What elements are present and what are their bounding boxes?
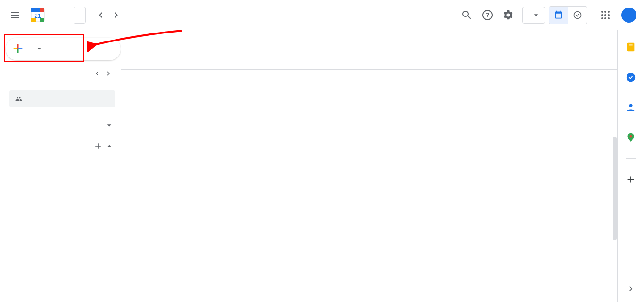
hamburger-icon: [9, 9, 21, 21]
gear-icon: [503, 9, 514, 21]
help-icon: ?: [482, 9, 493, 21]
mini-calendar: [0, 68, 121, 87]
logo-area: 21: [28, 6, 51, 24]
account-avatar[interactable]: [621, 8, 636, 23]
svg-point-8: [574, 11, 581, 18]
svg-point-10: [604, 11, 606, 13]
check-circle-icon: [573, 10, 582, 20]
tasks-button[interactable]: [621, 68, 640, 87]
add-other-calendar-button[interactable]: [92, 140, 104, 152]
scrollbar[interactable]: [613, 137, 617, 240]
contacts-icon: [626, 102, 636, 113]
prev-period-button[interactable]: [93, 8, 108, 23]
chevron-right-icon: [104, 69, 113, 78]
people-icon: [15, 94, 22, 104]
search-people-field[interactable]: [9, 90, 115, 107]
my-calendars-toggle[interactable]: [9, 117, 115, 134]
mini-cal-next-button[interactable]: [103, 68, 114, 79]
chevron-right-icon: [110, 9, 122, 21]
svg-point-14: [608, 14, 610, 16]
chevron-down-icon: [104, 120, 115, 131]
my-calendars-section: [0, 115, 121, 136]
svg-point-17: [608, 17, 610, 19]
side-panel-divider: [626, 158, 636, 159]
chevron-left-icon: [93, 69, 101, 78]
caret-down-icon: [531, 10, 541, 20]
keep-icon: [626, 42, 636, 52]
svg-point-9: [601, 11, 603, 13]
hide-side-panel-button[interactable]: [623, 281, 638, 296]
svg-point-21: [629, 104, 632, 107]
contacts-button[interactable]: [621, 98, 640, 117]
view-mode-toggle: [549, 6, 587, 24]
search-icon: [461, 9, 472, 21]
svg-point-20: [627, 73, 635, 82]
chevron-right-icon: [626, 284, 636, 294]
other-calendars-section: [0, 136, 121, 156]
search-people-input[interactable]: [27, 95, 109, 103]
svg-point-15: [601, 17, 603, 19]
sidebar: [0, 30, 121, 302]
next-period-button[interactable]: [108, 8, 124, 23]
plus-icon: [626, 174, 636, 185]
chevron-up-icon: [104, 140, 115, 152]
svg-point-11: [608, 11, 610, 13]
svg-rect-19: [629, 45, 632, 46]
svg-point-12: [601, 14, 603, 16]
get-addons-button[interactable]: [621, 170, 640, 189]
svg-point-22: [630, 135, 632, 138]
calendar-grid: [121, 30, 618, 302]
mini-cal-prev-button[interactable]: [91, 68, 103, 79]
svg-rect-4: [40, 8, 44, 12]
apps-grid-icon: [600, 9, 611, 21]
maps-button[interactable]: [621, 128, 640, 147]
settings-button[interactable]: [499, 6, 518, 24]
period-nav: [93, 8, 124, 23]
svg-text:21: 21: [34, 13, 41, 19]
maps-icon: [626, 132, 636, 143]
today-button[interactable]: [74, 7, 86, 24]
svg-rect-18: [627, 43, 635, 51]
calendar-icon: [554, 10, 563, 20]
svg-point-13: [604, 14, 606, 16]
calendar-view-button[interactable]: [549, 7, 568, 24]
tasks-view-button[interactable]: [568, 7, 587, 24]
keep-button[interactable]: [621, 38, 640, 57]
svg-text:?: ?: [486, 11, 490, 19]
svg-point-16: [604, 17, 606, 19]
side-panel: [618, 30, 644, 302]
tasks-icon: [626, 72, 636, 82]
create-button[interactable]: [6, 38, 121, 60]
calendar-grid-body[interactable]: [121, 70, 617, 302]
google-apps-button[interactable]: [596, 6, 615, 24]
search-button[interactable]: [457, 6, 476, 24]
main-menu-button[interactable]: [4, 4, 26, 26]
view-selector[interactable]: [522, 7, 545, 24]
chevron-left-icon: [95, 9, 107, 21]
support-button[interactable]: ?: [478, 6, 497, 24]
calendar-logo-icon: 21: [28, 6, 47, 24]
plus-multicolor-icon: [11, 42, 25, 57]
plus-icon: [93, 141, 103, 151]
caret-down-icon: [35, 44, 43, 54]
app-header: 21 ?: [0, 0, 644, 30]
other-calendars-toggle[interactable]: [9, 138, 115, 155]
